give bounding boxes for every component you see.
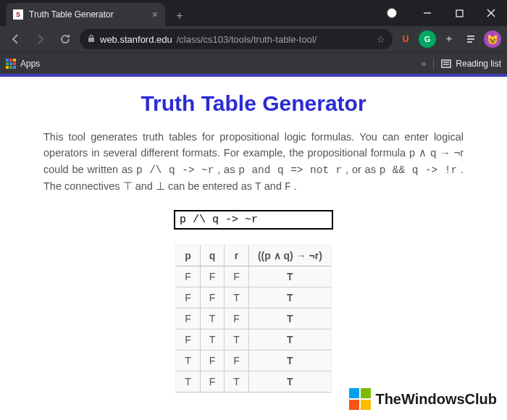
table-cell: T (248, 350, 330, 371)
table-cell: T (200, 308, 225, 329)
apps-button[interactable]: Apps (6, 59, 40, 69)
tab-title: Truth Table Generator (29, 9, 148, 20)
profile-avatar[interactable]: 😺 (484, 30, 501, 48)
bookmark-star-icon[interactable]: ☆ (377, 34, 385, 45)
svg-rect-1 (456, 10, 463, 17)
table-row: FFFT (176, 266, 331, 287)
page-content: Truth Table Generator This tool generate… (0, 77, 507, 420)
overflow-chevron-icon[interactable]: » (422, 59, 427, 69)
intro-code: F (285, 181, 291, 193)
browser-tab[interactable]: S Truth Table Generator × (6, 3, 165, 26)
address-bar[interactable]: web.stanford.edu/class/cs103/tools/truth… (80, 29, 393, 49)
reload-button[interactable] (55, 29, 75, 49)
url-path: /class/cs103/tools/truth-table-tool/ (177, 34, 317, 45)
extension-u-icon[interactable]: U (397, 30, 414, 48)
forward-button[interactable] (30, 29, 51, 49)
table-header-row: pqr((p ∧ q) → ¬r) (176, 245, 331, 266)
table-row: FFTT (176, 287, 331, 308)
page-title: Truth Table Generator (0, 91, 507, 116)
table-cell: F (200, 266, 225, 287)
close-tab-icon[interactable]: × (152, 9, 158, 20)
toolbar-more-icon[interactable] (462, 30, 479, 48)
table-row: TFFT (176, 350, 331, 371)
table-cell: F (225, 308, 249, 329)
favicon-icon: S (13, 9, 23, 20)
table-header-cell: ((p ∧ q) → ¬r) (248, 245, 330, 266)
reading-list-icon (441, 59, 451, 69)
table-header-cell: r (225, 245, 249, 266)
table-cell: T (248, 287, 330, 308)
table-cell: T (248, 371, 330, 392)
table-cell: T (176, 371, 200, 392)
table-cell: F (200, 371, 225, 392)
reading-list-button[interactable]: Reading list (433, 59, 501, 69)
truth-table: pqr((p ∧ q) → ¬r) FFFTFFTTFTFTFTTTTFFTTF… (176, 245, 331, 392)
table-cell: T (225, 371, 249, 392)
intro-text: and (264, 180, 285, 192)
intro-code: T (255, 181, 261, 193)
lock-icon (87, 34, 96, 45)
svg-rect-4 (88, 38, 94, 42)
apps-grid-icon (6, 59, 16, 69)
maximize-button[interactable] (443, 2, 475, 24)
table-cell: T (200, 329, 225, 350)
extension-g-icon[interactable]: G (419, 30, 436, 48)
table-cell: T (176, 350, 200, 371)
table-cell: F (176, 287, 200, 308)
intro-text: , or as (345, 164, 380, 175)
formula-input[interactable] (174, 210, 333, 230)
intro-code: p and q => not r (238, 164, 342, 176)
url-domain: web.stanford.edu (100, 34, 172, 45)
table-cell: T (225, 329, 249, 350)
table-cell: T (248, 329, 330, 350)
svg-rect-8 (442, 60, 451, 67)
chrome-account-indicator-icon[interactable] (387, 8, 397, 18)
table-cell: T (248, 266, 330, 287)
minimize-button[interactable] (411, 2, 443, 24)
table-cell: T (248, 308, 330, 329)
intro-code: p /\ q -> ~r (136, 164, 214, 176)
bookmarks-bar: Apps » Reading list (0, 52, 507, 74)
table-row: TFTT (176, 371, 331, 392)
table-cell: F (225, 266, 249, 287)
back-button[interactable] (6, 29, 26, 49)
table-row: FTFT (176, 308, 331, 329)
table-cell: F (225, 350, 249, 371)
close-window-button[interactable] (475, 2, 507, 24)
intro-text: . (294, 180, 297, 192)
table-cell: F (176, 329, 200, 350)
table-cell: F (200, 287, 225, 308)
apps-label: Apps (20, 59, 40, 69)
table-cell: T (225, 287, 249, 308)
table-row: FTTT (176, 329, 331, 350)
table-cell: F (176, 308, 200, 329)
intro-text: , as (217, 164, 238, 175)
extensions-puzzle-icon[interactable]: ✦ (440, 30, 458, 48)
table-header-cell: p (176, 245, 200, 266)
window-titlebar: S Truth Table Generator × + (0, 0, 507, 26)
intro-paragraph: This tool generates truth tables for pro… (43, 129, 464, 196)
table-cell: F (200, 350, 225, 371)
new-tab-button[interactable]: + (169, 6, 190, 26)
window-controls (387, 0, 507, 26)
reading-list-label: Reading list (456, 59, 501, 69)
browser-toolbar: web.stanford.edu/class/cs103/tools/truth… (0, 26, 507, 52)
table-cell: F (176, 266, 200, 287)
intro-code: p && q -> !r (380, 164, 457, 176)
table-header-cell: q (200, 245, 225, 266)
